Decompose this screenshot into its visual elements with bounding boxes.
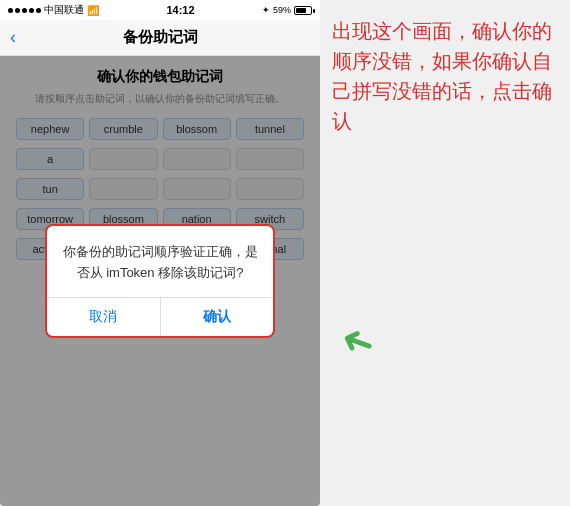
status-time: 14:12	[166, 4, 194, 16]
back-button[interactable]: ‹	[10, 27, 16, 48]
battery-icon	[294, 6, 312, 15]
modal-buttons: 取消 确认	[47, 297, 273, 336]
dot-3	[22, 8, 27, 13]
carrier-label: 中国联通	[44, 3, 84, 17]
status-left: 中国联通 📶	[8, 3, 99, 17]
battery-fill	[296, 8, 306, 13]
status-bar: 中国联通 📶 14:12 ✦ 59%	[0, 0, 320, 20]
modal-confirm-button[interactable]: 确认	[161, 298, 274, 336]
dot-1	[8, 8, 13, 13]
page-title: 备份助记词	[123, 28, 198, 47]
battery-percent: 59%	[273, 5, 291, 15]
annotation-text: 出现这个画面，确认你的顺序没错，如果你确认自己拼写没错的话，点击确认	[332, 16, 558, 136]
nav-bar: ‹ 备份助记词	[0, 20, 320, 56]
green-arrow-icon: ➜	[333, 316, 381, 371]
modal-dialog: 你备份的助记词顺序验证正确，是否从 imToken 移除该助记词? 取消 确认	[45, 224, 275, 339]
modal-overlay: 你备份的助记词顺序验证正确，是否从 imToken 移除该助记词? 取消 确认	[0, 56, 320, 506]
dot-4	[29, 8, 34, 13]
modal-message: 你备份的助记词顺序验证正确，是否从 imToken 移除该助记词?	[59, 242, 261, 284]
bt-icon: ✦	[262, 5, 270, 15]
dot-2	[15, 8, 20, 13]
content-area: 确认你的钱包助记词 请按顺序点击助记词，以确认你的备份助记词填写正确。 neph…	[0, 56, 320, 506]
wifi-icon: 📶	[87, 5, 99, 16]
dot-5	[36, 8, 41, 13]
arrow-container: ➜	[340, 320, 374, 366]
annotation-panel: 出现这个画面，确认你的顺序没错，如果你确认自己拼写没错的话，点击确认 ➜	[320, 0, 570, 506]
phone-frame: 中国联通 📶 14:12 ✦ 59% ‹ 备份助记词 确认你的钱包助记词 请按顺…	[0, 0, 320, 506]
modal-cancel-button[interactable]: 取消	[47, 298, 161, 336]
signal-dots	[8, 8, 41, 13]
status-right: ✦ 59%	[262, 5, 312, 15]
